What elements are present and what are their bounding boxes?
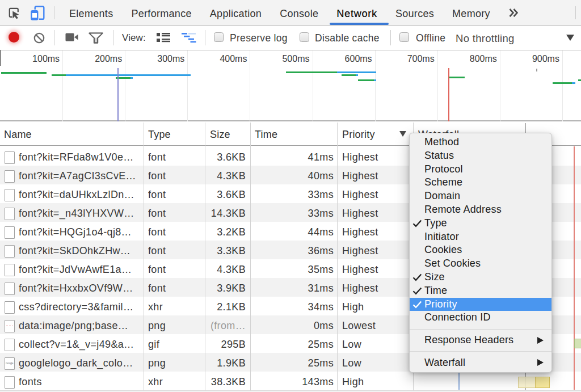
overview-bar-blue bbox=[356, 74, 358, 76]
throttling-dropdown-arrow-icon[interactable] bbox=[566, 35, 574, 41]
tab-label: Console bbox=[280, 8, 318, 20]
menu-item-protocol[interactable]: Protocol bbox=[410, 163, 551, 176]
menu-item-scheme[interactable]: Scheme bbox=[410, 176, 551, 189]
cell-size: 295B bbox=[205, 335, 246, 354]
tab-network[interactable]: Network bbox=[327, 0, 386, 25]
cell-priority: Highest bbox=[342, 204, 410, 223]
toolbar-separator bbox=[390, 30, 391, 45]
resource-doc-icon bbox=[5, 189, 15, 201]
cell-time: 0ms bbox=[250, 317, 334, 335]
overview-bar-green bbox=[1, 72, 47, 74]
menu-item-label: Connection ID bbox=[424, 311, 491, 323]
capture-screenshots-icon[interactable] bbox=[65, 33, 78, 41]
cell-type: font bbox=[148, 167, 202, 186]
tab-label: Sources bbox=[395, 8, 434, 20]
column-divider[interactable] bbox=[205, 123, 205, 392]
waterfall-segment-waiting bbox=[518, 377, 535, 388]
disable-cache-checkbox[interactable] bbox=[300, 32, 309, 42]
tab-sources[interactable]: Sources bbox=[386, 0, 443, 25]
cell-name: collect?v=1&_v=j49&a… bbox=[19, 335, 141, 354]
resource-doc-icon bbox=[5, 283, 15, 295]
cell-time: 44ms bbox=[250, 223, 334, 242]
more-tabs-button[interactable] bbox=[499, 0, 521, 25]
toolbar-separator bbox=[205, 30, 205, 45]
overview-tick-label: 700ms bbox=[407, 54, 435, 64]
cell-type: gif bbox=[148, 335, 202, 354]
tab-label: Network bbox=[336, 8, 377, 20]
overview-gridline bbox=[125, 50, 125, 121]
overview-gridline bbox=[437, 50, 438, 121]
cell-time: 33ms bbox=[250, 204, 334, 223]
resource-doc-icon bbox=[5, 264, 15, 276]
device-toolbar-icon[interactable] bbox=[30, 5, 45, 20]
menu-item-priority[interactable]: Priority bbox=[410, 298, 551, 311]
preserve-log-checkbox[interactable] bbox=[214, 32, 224, 42]
column-header-name[interactable]: Name bbox=[4, 123, 32, 146]
offline-checkbox[interactable] bbox=[399, 32, 409, 42]
column-divider[interactable] bbox=[250, 123, 251, 392]
use-large-rows-icon[interactable] bbox=[157, 33, 170, 43]
waterfall-load-line bbox=[574, 146, 575, 390]
resource-doc-icon bbox=[5, 301, 15, 314]
cell-type: xhr bbox=[148, 298, 202, 317]
active-tab-underline bbox=[330, 23, 389, 26]
cell-size: 3.3KB bbox=[205, 242, 246, 260]
inspect-element-icon[interactable] bbox=[8, 7, 20, 19]
menu-item-set-cookies[interactable]: Set Cookies bbox=[410, 257, 551, 271]
menu-item-label: Domain bbox=[424, 190, 460, 201]
tab-memory[interactable]: Memory bbox=[443, 0, 499, 25]
table-bottom-border bbox=[0, 390, 581, 392]
overview-gridline bbox=[562, 50, 563, 121]
menu-item-response-headers[interactable]: Response Headers bbox=[410, 334, 551, 347]
record-network-log-button[interactable] bbox=[9, 32, 19, 43]
column-header-time[interactable]: Time bbox=[255, 123, 277, 146]
menu-item-remote-address[interactable]: Remote Address bbox=[410, 203, 551, 217]
menu-item-waterfall[interactable]: Waterfall bbox=[410, 356, 551, 370]
cell-priority: Highest bbox=[342, 260, 410, 279]
waterfall-bar-fonts[interactable] bbox=[518, 377, 550, 388]
request-row[interactable]: fontsxhr38.3KB143msHigh bbox=[0, 372, 581, 390]
menu-item-cookies[interactable]: Cookies bbox=[410, 243, 551, 257]
menu-item-initiator[interactable]: Initiator bbox=[410, 230, 551, 244]
column-picker-context-menu: MethodStatusProtocolSchemeDomainRemote A… bbox=[409, 133, 552, 373]
cell-name: googlelogo_dark_colo… bbox=[19, 354, 141, 373]
menu-item-domain[interactable]: Domain bbox=[410, 189, 551, 203]
tab-elements[interactable]: Elements bbox=[60, 0, 122, 25]
tab-label: Application bbox=[210, 8, 262, 20]
tab-label: Memory bbox=[452, 8, 490, 20]
overview-bar-green bbox=[286, 71, 337, 73]
menu-item-status[interactable]: Status bbox=[410, 149, 551, 163]
column-header-priority[interactable]: Priority bbox=[342, 123, 375, 146]
load-event-marker-line bbox=[448, 68, 449, 121]
filter-icon[interactable] bbox=[89, 32, 103, 44]
clear-icon[interactable] bbox=[33, 32, 45, 44]
tab-performance[interactable]: Performance bbox=[122, 0, 200, 25]
cell-size: (from… bbox=[205, 317, 246, 335]
column-divider[interactable] bbox=[144, 123, 144, 392]
column-header-type[interactable]: Type bbox=[148, 123, 171, 146]
menu-item-connection-id[interactable]: Connection ID bbox=[410, 311, 551, 324]
show-overview-icon[interactable] bbox=[181, 32, 197, 43]
cell-type: font bbox=[148, 242, 202, 260]
resource-doc-icon bbox=[5, 170, 15, 183]
waterfall-bar-collect[interactable] bbox=[574, 339, 581, 348]
cell-priority: Low bbox=[342, 335, 410, 354]
network-overview-timeline[interactable]: 100ms200ms300ms400ms500ms600ms700ms800ms… bbox=[0, 50, 581, 121]
cell-size: 3.9KB bbox=[205, 279, 246, 298]
menu-separator bbox=[410, 329, 551, 330]
disable-cache-label: Disable cache bbox=[315, 32, 380, 44]
overview-small-tick bbox=[536, 69, 537, 71]
tab-application[interactable]: Application bbox=[201, 0, 271, 25]
menu-item-size[interactable]: Size bbox=[410, 271, 551, 284]
cell-name: font?kit=SkDOhkZHw… bbox=[19, 242, 141, 260]
menu-item-label: Initiator bbox=[424, 231, 459, 242]
throttling-select[interactable]: No throttling bbox=[456, 32, 515, 45]
cell-name: font?kit=_n43lYHXVW… bbox=[19, 204, 141, 223]
menu-item-method[interactable]: Method bbox=[410, 136, 551, 149]
tab-console[interactable]: Console bbox=[271, 0, 327, 25]
column-header-size[interactable]: Size bbox=[210, 123, 230, 146]
overview-tick-label: 500ms bbox=[282, 54, 309, 64]
column-divider[interactable] bbox=[337, 123, 338, 392]
menu-item-type[interactable]: Type bbox=[410, 217, 551, 230]
menu-item-time[interactable]: Time bbox=[410, 284, 551, 298]
